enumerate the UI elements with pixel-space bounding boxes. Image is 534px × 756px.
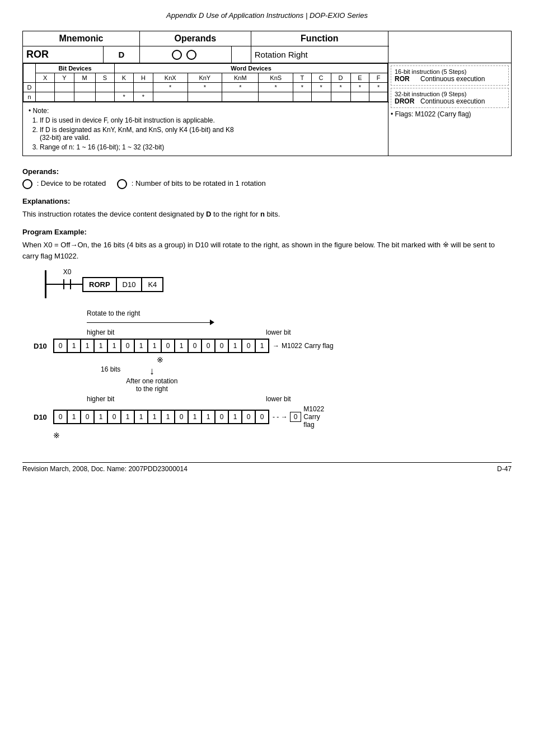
- col-knm: KnM: [222, 73, 259, 83]
- d-knm: *: [222, 83, 259, 92]
- after-bit-3: 1: [94, 410, 107, 424]
- d-t: *: [293, 83, 312, 92]
- revision-info: Revision March, 2008, Doc. Name: 2007PDD…: [22, 465, 188, 473]
- before-bit-14: 0: [242, 339, 255, 353]
- higher-bit-label2: higher bit: [87, 395, 154, 403]
- before-bit-11: 0: [202, 339, 215, 353]
- before-bit-2: 1: [81, 339, 94, 353]
- d-kny: *: [188, 83, 222, 92]
- col-d: D: [331, 73, 350, 83]
- before-bit-5: 0: [121, 339, 134, 353]
- col-k: K: [115, 73, 134, 83]
- col-s: S: [95, 73, 114, 83]
- notes-cell: • Note: If D is used in device F, only 1…: [23, 102, 388, 156]
- page-number: D-47: [497, 465, 512, 473]
- 16bit-box: 16-bit instruction (5 Steps) ROR Continu…: [391, 65, 509, 86]
- instruction-table: Mnemonic Operands Function ROR D Rotatio…: [22, 31, 512, 156]
- after-bits-row: D10 0101011110110100 - - → 0 M1022Carryf…: [34, 405, 512, 429]
- before-bit-9: 1: [175, 339, 188, 353]
- d-kns: *: [259, 83, 293, 92]
- after-bit-2: 0: [81, 410, 94, 424]
- before-bit-8: 0: [161, 339, 175, 353]
- operands-header: Operands: [139, 31, 251, 46]
- after-bit-13: 1: [228, 410, 242, 424]
- bits-rotation-labels: 16 bits ↓ After one rotation to the righ…: [101, 365, 512, 393]
- op1-circle: [22, 179, 32, 189]
- operand2-circle: [186, 50, 196, 60]
- flags-note: • Flags: M1022 (Carry flag): [391, 110, 509, 118]
- before-bit-12: 0: [215, 339, 228, 353]
- before-bit-0: 0: [54, 339, 67, 353]
- after-bit-12: 0: [215, 410, 228, 424]
- info-column: 16-bit instruction (5 Steps) ROR Continu…: [388, 63, 512, 156]
- before-bit-15: 1: [255, 339, 269, 353]
- higher-bit-label1: higher bit: [87, 328, 154, 336]
- operand1-circle: [172, 50, 182, 60]
- after-bit-1: 1: [67, 410, 81, 424]
- col-c: C: [311, 73, 331, 83]
- lower-bit-label1: lower bit: [266, 328, 291, 336]
- before-bit-6: 1: [134, 339, 148, 353]
- rotate-label: Rotate to the right: [87, 309, 512, 317]
- col-m: M: [74, 73, 95, 83]
- col-kns: KnS: [259, 73, 293, 83]
- note-3: Range of n: 1 ~ 16 (16-bit); 1 ~ 32 (32-…: [40, 143, 382, 151]
- before-bit-3: 1: [94, 339, 107, 353]
- ladder-diagram: X0 RORP D10 K4: [45, 270, 512, 298]
- n-k: *: [115, 92, 134, 102]
- carry-flag-after: M1022Carryflag: [303, 405, 324, 429]
- col-t: T: [293, 73, 312, 83]
- col-x: X: [36, 73, 55, 83]
- d-knx: *: [153, 83, 188, 92]
- after-bit-6: 1: [134, 410, 148, 424]
- note-1: If D is used in device F, only 16-bit in…: [40, 116, 382, 124]
- d-e: *: [350, 83, 369, 92]
- before-bit-13: 1: [228, 339, 242, 353]
- col-f: F: [369, 73, 388, 83]
- ror-mnemonic: ROR: [23, 46, 104, 63]
- m1022-after-val: 0: [290, 412, 302, 422]
- 32bit-box: 32-bit instruction (9 Steps) DROR Contin…: [391, 88, 509, 108]
- before-bits-row: D10 0111101101000101 → M1022 Carry flag: [34, 339, 512, 353]
- after-bit-8: 1: [161, 410, 175, 424]
- operands-line: : Device to be rotated : Number of bits …: [22, 179, 512, 189]
- k4-arg: K4: [141, 277, 163, 292]
- after-bit-0: 0: [54, 410, 67, 424]
- col-h: H: [133, 73, 153, 83]
- explanations-title: Explanations:: [22, 197, 512, 205]
- m1022-label-before: M1022: [282, 342, 302, 350]
- rorp-instruction: RORP: [82, 277, 117, 292]
- program-example-body: When X0 = Off→On, the 16 bits (4 bits as…: [22, 240, 512, 263]
- after-bit-15: 0: [255, 410, 269, 424]
- after-bit-7: 1: [148, 410, 161, 424]
- after-bit-14: 0: [242, 410, 255, 424]
- before-bit-10: 0: [188, 339, 202, 353]
- after-bit-4: 0: [107, 410, 121, 424]
- lower-bit-label2: lower bit: [266, 395, 291, 403]
- before-bit-4: 1: [107, 339, 121, 353]
- x0-label: X0: [63, 268, 72, 276]
- asterisk-before: ※: [157, 355, 512, 364]
- col-knx: KnX: [153, 73, 188, 83]
- col-y: Y: [55, 73, 74, 83]
- function-header: Function: [251, 31, 388, 46]
- d-f: *: [369, 83, 388, 92]
- carry-flag-before: Carry flag: [305, 342, 334, 350]
- d-c: *: [311, 83, 331, 92]
- d10-arg: D10: [116, 277, 143, 292]
- after-bit-5: 1: [121, 410, 134, 424]
- explanation-body: This instruction rotates the device cont…: [22, 209, 512, 220]
- mnemonic-header: Mnemonic: [23, 31, 140, 46]
- n-h: *: [133, 92, 153, 102]
- page-header: Appendix D Use of Application Instructio…: [22, 11, 512, 20]
- d-operand: D: [104, 46, 140, 63]
- col-kny: KnY: [188, 73, 222, 83]
- page-footer: Revision March, 2008, Doc. Name: 2007PDD…: [22, 462, 512, 473]
- before-bit-1: 1: [67, 339, 81, 353]
- row-n-label: n: [24, 92, 36, 102]
- d-d: *: [331, 83, 350, 92]
- program-example-title: Program Example:: [22, 228, 512, 236]
- bit-rotation-diagram: Rotate to the right higher bit lower bit…: [34, 309, 512, 440]
- before-bit-7: 1: [148, 339, 161, 353]
- after-bit-11: 1: [202, 410, 215, 424]
